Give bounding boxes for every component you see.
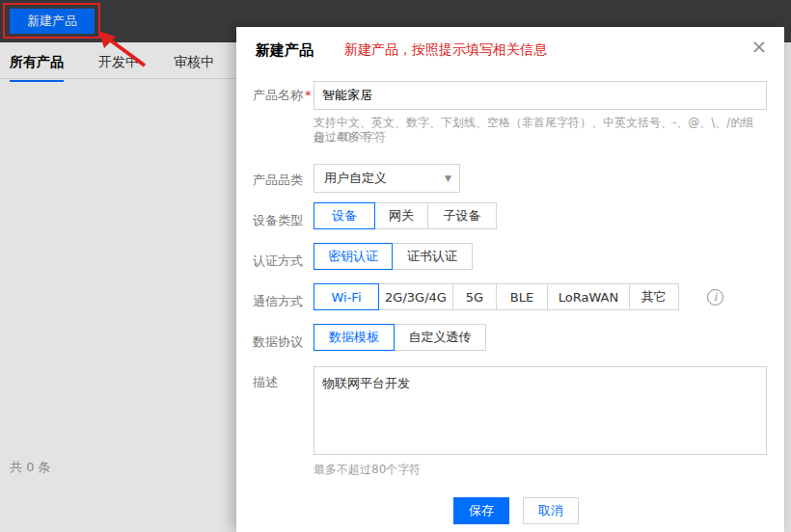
- category-select-value: 用户自定义: [324, 171, 387, 185]
- comm-method-group: Wi-Fi 2G/3G/4G 5G BLE LoRaWAN 其它: [314, 283, 679, 310]
- device-type-label: 设备类型: [253, 212, 313, 229]
- chevron-down-icon: ▼: [445, 165, 451, 192]
- comm-option-other[interactable]: 其它: [629, 283, 679, 310]
- annotation-text: 新建产品，按照提示填写相关信息: [344, 41, 547, 59]
- auth-option-certificate[interactable]: 证书认证: [392, 243, 473, 270]
- protocol-option-passthrough[interactable]: 自定义透传: [394, 324, 486, 351]
- device-type-group: 设备 网关 子设备: [314, 202, 497, 229]
- category-select[interactable]: 用户自定义 ▼: [314, 164, 460, 193]
- annotation-highlight-box: [3, 3, 100, 39]
- data-protocol-group: 数据模板 自定义透传: [314, 324, 486, 351]
- device-type-option-subdevice[interactable]: 子设备: [427, 202, 497, 229]
- product-name-input[interactable]: [314, 81, 767, 110]
- annotation-arrow-icon: [95, 29, 156, 71]
- comm-option-wifi[interactable]: Wi-Fi: [314, 283, 379, 310]
- modal-title: 新建产品: [256, 41, 314, 60]
- description-label: 描述: [253, 374, 313, 391]
- auth-method-label: 认证方式: [253, 253, 313, 270]
- comm-method-label: 通信方式: [253, 293, 313, 310]
- close-icon[interactable]: ×: [748, 35, 771, 58]
- protocol-option-template[interactable]: 数据模板: [314, 324, 395, 351]
- device-type-option-gateway[interactable]: 网关: [374, 202, 428, 229]
- product-name-help-line2: 超过40个字符: [314, 130, 386, 145]
- comm-option-5g[interactable]: 5G: [452, 283, 497, 310]
- create-product-modal: 新建产品 新建产品，按照提示填写相关信息 × 产品名称* 支持中文、英文、数字、…: [236, 27, 784, 532]
- required-asterisk: *: [305, 88, 312, 102]
- comm-option-cellular[interactable]: 2G/3G/4G: [378, 283, 453, 310]
- auth-method-group: 密钥认证 证书认证: [314, 243, 473, 270]
- comm-option-ble[interactable]: BLE: [496, 283, 548, 310]
- description-help: 最多不超过80个字符: [314, 463, 421, 477]
- info-icon[interactable]: i: [707, 289, 723, 306]
- category-label: 产品品类: [253, 172, 313, 189]
- product-name-label-text: 产品名称: [253, 88, 303, 102]
- product-name-label: 产品名称*: [253, 87, 313, 104]
- description-textarea[interactable]: 物联网平台开发: [314, 366, 767, 455]
- comm-option-lorawan[interactable]: LoRaWAN: [547, 283, 630, 310]
- auth-option-key[interactable]: 密钥认证: [314, 243, 393, 270]
- save-button[interactable]: 保存: [453, 497, 509, 524]
- data-protocol-label: 数据协议: [253, 333, 313, 351]
- cancel-button[interactable]: 取消: [523, 497, 579, 524]
- device-type-option-device[interactable]: 设备: [314, 202, 375, 229]
